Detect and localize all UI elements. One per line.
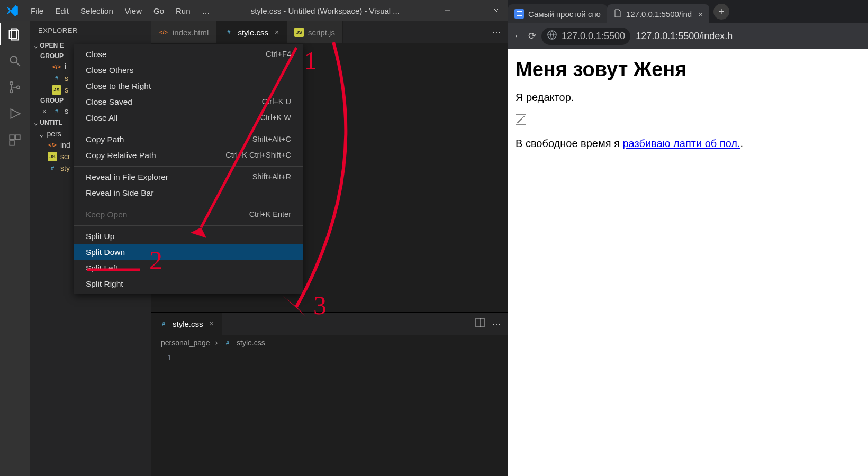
svg-line-5 xyxy=(16,62,20,66)
menu-split-right[interactable]: Split Right xyxy=(74,276,303,292)
close-icon[interactable]: × xyxy=(275,28,279,36)
page-paragraph: Я редактор. xyxy=(516,91,861,104)
page-heading: Меня зовут Женя xyxy=(516,58,861,81)
browser-window: Самый простой спо 127.0.0.1:5500/ind × +… xyxy=(508,0,868,476)
menu-selection[interactable]: Selection xyxy=(75,3,119,19)
line-number: 1 xyxy=(151,351,508,362)
svg-point-7 xyxy=(10,90,13,93)
page-paragraph: В свободное время я разбиваю лапти об по… xyxy=(516,138,861,150)
menu-edit[interactable]: Edit xyxy=(50,3,74,19)
window-title: style.css - Untitled (Workspace) - Visua… xyxy=(215,6,435,15)
menu-run[interactable]: Run xyxy=(170,3,196,19)
menu-reveal-sidebar[interactable]: Reveal in Side Bar xyxy=(74,185,303,201)
editor-group-bottom: # style.css × ⋯ personal_page › # style.… xyxy=(151,312,508,476)
close-icon[interactable]: × xyxy=(210,319,214,328)
svg-rect-9 xyxy=(10,135,14,140)
tab-style-css-bottom[interactable]: # style.css × xyxy=(151,313,222,335)
close-icon[interactable]: × xyxy=(42,107,49,115)
back-button[interactable]: ← xyxy=(513,31,523,42)
address-bar[interactable]: 127.0.0.1:5500/index.h xyxy=(636,31,733,42)
svg-point-6 xyxy=(10,82,13,85)
menu-close-right[interactable]: Close to the Right xyxy=(74,78,303,94)
page-content: Меня зовут Женя Я редактор. В свободное … xyxy=(508,49,868,476)
menu-copy-path[interactable]: Copy PathShift+Alt+C xyxy=(74,132,303,148)
menu-keep-open: Keep OpenCtrl+K Enter xyxy=(74,207,303,223)
menu-split-down[interactable]: Split Down xyxy=(74,244,303,260)
menu-close-others[interactable]: Close Others xyxy=(74,62,303,78)
google-docs-icon xyxy=(514,9,524,19)
menu-separator xyxy=(74,225,303,226)
activity-source-control-icon[interactable] xyxy=(7,79,23,95)
menu-view[interactable]: View xyxy=(120,3,147,19)
file-icon xyxy=(613,9,622,19)
window-close-button[interactable] xyxy=(484,0,508,21)
vscode-window: File Edit Selection View Go Run … style.… xyxy=(0,0,508,476)
tab-index-html[interactable]: </> index.html xyxy=(151,21,216,43)
menu-copy-relative-path[interactable]: Copy Relative PathCtrl+K Ctrl+Shift+C xyxy=(74,148,303,163)
js-file-icon: JS xyxy=(294,28,304,37)
site-info-chip[interactable]: 127.0.0.1:5500 xyxy=(541,28,630,45)
html-file-icon: </> xyxy=(52,62,61,71)
menu-bar: File Edit Selection View Go Run … xyxy=(25,3,215,19)
js-file-icon: JS xyxy=(52,85,61,95)
css-file-icon: # xyxy=(159,319,168,328)
titlebar: File Edit Selection View Go Run … style.… xyxy=(0,0,508,21)
tab-script-js[interactable]: JS script.js xyxy=(287,21,343,43)
menu-close[interactable]: CloseCtrl+F4 xyxy=(74,47,303,62)
html-file-icon: </> xyxy=(48,140,57,150)
editor-tabs-bottom: # style.css × ⋯ xyxy=(151,313,508,335)
js-file-icon: JS xyxy=(48,152,57,161)
menu-close-all[interactable]: Close AllCtrl+K W xyxy=(74,110,303,126)
css-file-icon: # xyxy=(52,74,61,83)
menu-go[interactable]: Go xyxy=(148,3,169,19)
css-file-icon: # xyxy=(48,163,57,173)
reload-button[interactable]: ⟳ xyxy=(528,30,536,42)
activity-search-icon[interactable] xyxy=(7,53,23,69)
html-file-icon: </> xyxy=(159,28,168,37)
menu-separator xyxy=(74,204,303,204)
svg-rect-11 xyxy=(10,141,14,145)
svg-point-4 xyxy=(10,56,17,63)
activity-debug-icon[interactable] xyxy=(7,106,23,122)
tab-overflow-icon[interactable]: ⋯ xyxy=(485,21,508,43)
css-file-icon: # xyxy=(52,106,61,116)
browser-tabstrip: Самый простой спо 127.0.0.1:5500/ind × + xyxy=(508,0,868,23)
split-editor-icon[interactable] xyxy=(475,318,485,329)
svg-point-8 xyxy=(17,86,20,88)
browser-toolbar: ← ⟳ 127.0.0.1:5500 127.0.0.1:5500/index.… xyxy=(508,23,868,49)
vscode-logo-icon xyxy=(5,4,19,17)
menu-close-saved[interactable]: Close SavedCtrl+K U xyxy=(74,94,303,110)
close-icon[interactable]: × xyxy=(698,10,703,19)
css-file-icon: # xyxy=(224,28,233,37)
activity-bar xyxy=(0,21,30,476)
new-tab-button[interactable]: + xyxy=(713,4,729,20)
menu-reveal-explorer[interactable]: Reveal in File ExplorerShift+Alt+R xyxy=(74,169,303,185)
menu-separator xyxy=(74,166,303,167)
svg-rect-1 xyxy=(469,8,474,13)
menu-separator xyxy=(74,129,303,129)
tab-style-css[interactable]: # style.css × xyxy=(216,21,287,43)
svg-rect-10 xyxy=(15,135,20,140)
sidebar-header: EXPLORER xyxy=(30,21,151,40)
window-minimize-button[interactable] xyxy=(435,0,459,21)
breadcrumb[interactable]: personal_page › # style.css xyxy=(151,335,508,351)
broken-image-icon xyxy=(516,114,526,125)
tab-context-menu: CloseCtrl+F4 Close Others Close to the R… xyxy=(74,44,303,294)
browser-tab-docs[interactable]: Самый простой спо xyxy=(508,4,607,23)
menu-more[interactable]: … xyxy=(197,3,215,19)
activity-extensions-icon[interactable] xyxy=(7,132,23,148)
more-actions-icon[interactable]: ⋯ xyxy=(492,319,501,329)
activity-explorer-icon[interactable] xyxy=(7,26,23,42)
window-maximize-button[interactable] xyxy=(459,0,484,21)
menu-split-up[interactable]: Split Up xyxy=(74,228,303,244)
css-file-icon: # xyxy=(223,338,232,347)
browser-tab-localhost[interactable]: 127.0.0.1:5500/ind × xyxy=(607,4,709,23)
menu-file[interactable]: File xyxy=(25,3,49,19)
editor-tabs-top: </> index.html # style.css × JS script.j… xyxy=(151,21,508,43)
menu-split-left[interactable]: Split Left xyxy=(74,260,303,276)
globe-icon xyxy=(547,30,557,43)
page-link[interactable]: разбиваю лапти об пол. xyxy=(622,138,740,149)
